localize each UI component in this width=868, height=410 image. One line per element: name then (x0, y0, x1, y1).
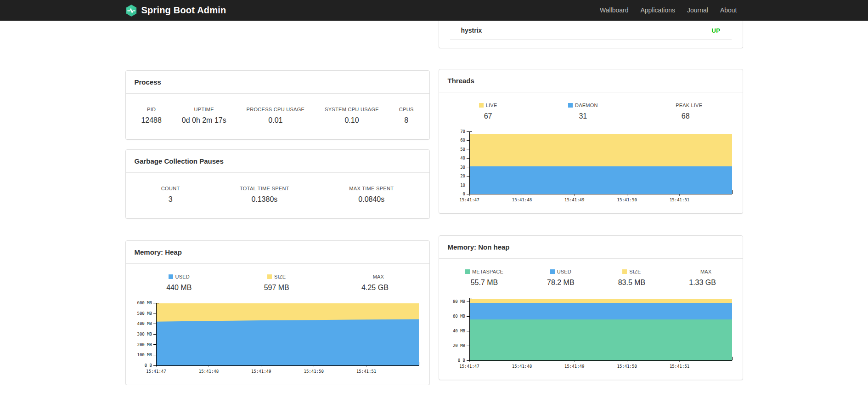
main-nav: Wallboard Applications Journal About (594, 0, 743, 21)
svg-text:500 MB: 500 MB (137, 311, 152, 316)
svg-text:15:41:47: 15:41:47 (146, 369, 166, 374)
svg-text:20: 20 (460, 174, 465, 178)
details-page: Process PID 12488 UPTIME 0d 0h 2m 17s PR… (125, 21, 743, 385)
legend-item-peak-live: PEAK LIVE 68 (669, 102, 702, 120)
svg-text:15:41:49: 15:41:49 (564, 364, 584, 369)
legend-label: DAEMON (575, 102, 597, 108)
legend-item-live: LIVE 67 (479, 102, 497, 120)
legend-label: USED (175, 274, 190, 279)
svg-text:15:41:48: 15:41:48 (512, 198, 532, 202)
nav-item-about[interactable]: About (714, 0, 743, 21)
svg-text:15:41:49: 15:41:49 (564, 198, 584, 202)
svg-text:15:41:51: 15:41:51 (356, 369, 376, 374)
metric-label: PROCESS CPU USAGE (247, 107, 305, 112)
legend-swatch (479, 103, 484, 108)
svg-text:15:41:50: 15:41:50 (617, 198, 637, 202)
brand-link[interactable]: Spring Boot Admin (125, 5, 226, 17)
memory-nonheap-legend: METASPACE 55.7 MB USED 78.2 MB SIZE (439, 259, 743, 287)
metric-label: SYSTEM CPU USAGE (325, 107, 379, 112)
nav-item-applications[interactable]: Applications (634, 0, 681, 21)
health-item-name: hystrix (461, 27, 482, 34)
legend-value: 440 MB (166, 284, 192, 292)
svg-text:15:41:49: 15:41:49 (251, 369, 271, 374)
metric-cpus: CPUS 8 (399, 107, 414, 125)
svg-text:600 MB: 600 MB (137, 301, 152, 305)
threads-chart: 01020304050607015:41:4715:41:4815:41:491… (439, 128, 743, 207)
metric-value: 3 (161, 195, 180, 204)
svg-text:100 MB: 100 MB (137, 353, 152, 357)
chart-svg: 01020304050607015:41:4715:41:4815:41:491… (444, 128, 738, 207)
health-panel: hystrix UP (439, 21, 743, 48)
legend-item-used: USED 440 MB (166, 274, 192, 292)
nav-item-journal[interactable]: Journal (681, 0, 714, 21)
legend-label: USED (557, 269, 571, 274)
svg-text:50: 50 (460, 147, 465, 152)
legend-value: 68 (669, 112, 702, 120)
legend-item-used: USED 78.2 MB (547, 269, 575, 287)
health-row-hystrix: hystrix UP (450, 21, 732, 40)
metric-value: 12488 (141, 116, 162, 125)
right-column: hystrix UP Threads LIVE 67 DAEMON (439, 21, 743, 380)
svg-text:20 MB: 20 MB (453, 343, 465, 348)
legend-label: MAX (700, 269, 711, 274)
process-panel: Process PID 12488 UPTIME 0d 0h 2m 17s PR… (125, 70, 430, 140)
svg-text:70: 70 (460, 129, 465, 134)
legend-swatch (465, 269, 470, 274)
memory-heap-chart: 0 B100 MB200 MB300 MB400 MB500 MB600 MB1… (126, 299, 429, 378)
legend-swatch (550, 269, 555, 274)
svg-text:60 MB: 60 MB (453, 314, 465, 319)
legend-value: 1.33 GB (689, 279, 716, 287)
memory-heap-panel-title: Memory: Heap (126, 241, 429, 264)
chart-svg: 0 B20 MB40 MB60 MB80 MB15:41:4715:41:481… (444, 294, 738, 373)
metric-label: PID (141, 107, 162, 112)
svg-text:0 B: 0 B (458, 358, 465, 363)
legend-value: 83.5 MB (618, 279, 646, 287)
memory-nonheap-panel: Memory: Non heap METASPACE 55.7 MB USED … (439, 235, 743, 380)
brand-title: Spring Boot Admin (141, 5, 226, 16)
svg-text:15:41:48: 15:41:48 (199, 369, 219, 374)
memory-heap-panel: Memory: Heap USED 440 MB SIZE 597 MB (125, 240, 430, 385)
threads-panel: Threads LIVE 67 DAEMON 31 (439, 69, 743, 214)
legend-item-max: MAX 1.33 GB (689, 269, 716, 287)
svg-text:60: 60 (460, 138, 465, 142)
gc-metrics: COUNT 3 TOTAL TIME SPENT 0.1380s MAX TIM… (126, 173, 429, 218)
legend-item-max: MAX 4.25 GB (361, 274, 389, 292)
threads-legend: LIVE 67 DAEMON 31 PEAK LIVE 6 (439, 92, 743, 120)
process-metrics: PID 12488 UPTIME 0d 0h 2m 17s PROCESS CP… (126, 94, 429, 139)
chart-svg: 0 B100 MB200 MB300 MB400 MB500 MB600 MB1… (130, 299, 424, 378)
legend-swatch (622, 269, 627, 274)
metric-gc-max-time: MAX TIME SPENT 0.0840s (349, 186, 394, 204)
metric-process-cpu: PROCESS CPU USAGE 0.01 (247, 107, 305, 125)
legend-label: PEAK LIVE (676, 102, 702, 108)
svg-text:40: 40 (460, 156, 465, 160)
legend-item-daemon: DAEMON 31 (568, 102, 597, 120)
metric-uptime: UPTIME 0d 0h 2m 17s (182, 107, 226, 125)
svg-text:15:41:51: 15:41:51 (670, 364, 689, 369)
svg-text:15:41:51: 15:41:51 (670, 198, 689, 202)
left-column: Process PID 12488 UPTIME 0d 0h 2m 17s PR… (125, 21, 430, 385)
nav-item-wallboard[interactable]: Wallboard (594, 0, 635, 21)
metric-label: CPUS (399, 107, 414, 112)
legend-value: 78.2 MB (547, 279, 575, 287)
svg-text:10: 10 (460, 183, 465, 188)
legend-swatch (568, 103, 573, 108)
status-badge: UP (711, 27, 720, 34)
legend-swatch (169, 274, 173, 279)
gc-panel: Garbage Collection Pauses COUNT 3 TOTAL … (125, 149, 430, 219)
metric-label: UPTIME (182, 107, 226, 112)
memory-nonheap-chart: 0 B20 MB40 MB60 MB80 MB15:41:4715:41:481… (439, 294, 743, 373)
metric-system-cpu: SYSTEM CPU USAGE 0.10 (325, 107, 379, 125)
legend-value: 67 (479, 112, 497, 120)
svg-text:15:41:50: 15:41:50 (304, 369, 324, 374)
top-navbar: Spring Boot Admin Wallboard Applications… (0, 0, 868, 21)
svg-text:15:41:47: 15:41:47 (459, 198, 479, 202)
legend-item-size: SIZE 83.5 MB (618, 269, 646, 287)
legend-item-size: SIZE 597 MB (264, 274, 289, 292)
metric-gc-total-time: TOTAL TIME SPENT 0.1380s (240, 186, 289, 204)
legend-label: METASPACE (472, 269, 503, 274)
svg-text:30: 30 (460, 165, 465, 170)
metric-pid: PID 12488 (141, 107, 162, 125)
gc-panel-title: Garbage Collection Pauses (126, 150, 429, 173)
memory-heap-legend: USED 440 MB SIZE 597 MB MAX 4 (126, 264, 429, 292)
svg-text:0: 0 (463, 192, 465, 196)
